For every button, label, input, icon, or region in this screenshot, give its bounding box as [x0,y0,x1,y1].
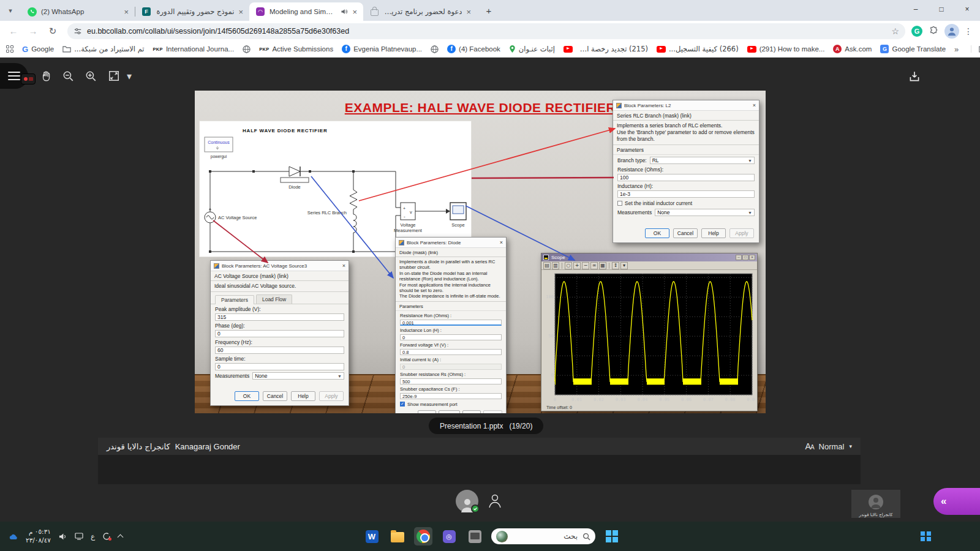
save-axes-icon[interactable]: ▦ [599,262,606,269]
sync-notification-icon[interactable] [102,532,111,541]
all-bookmarks[interactable]: All Bookmarks [971,45,980,53]
download-presentation-button[interactable] [905,67,924,86]
ok-button[interactable]: OK [418,410,436,413]
measurements-dropdown[interactable]: None▼ [655,209,755,216]
zoom-x-icon[interactable]: + [573,262,581,269]
bookmark-pkp-journal[interactable]: PKPInternational Journa... [153,45,235,53]
chevron-down-icon[interactable]: ▾ [849,443,852,449]
bookmark-youtube-2[interactable]: (266) كيفية التسجيل... [657,45,739,53]
cancel-button[interactable]: Cancel [673,228,698,238]
volume-icon[interactable] [58,533,67,541]
resistance-ron-input[interactable]: 0.001 [400,320,502,326]
bookmark-address-proof[interactable]: إثبات عنـوان [509,45,555,53]
ok-button[interactable]: OK [235,391,259,401]
browser-menu-icon[interactable]: ⋮ [962,26,975,36]
apply-button[interactable]: Apply [729,228,754,238]
dialog-close-icon[interactable]: × [500,239,503,246]
scope-minimize-button[interactable]: – [736,255,742,260]
reload-icon[interactable]: ↻ [44,23,61,40]
bookmark-imported-folder[interactable]: تم الاستيراد من شبكة... [62,45,144,53]
apps-grid-icon[interactable] [6,45,13,53]
apply-button[interactable]: Apply [483,410,502,413]
inductance-lon-input[interactable]: 0 [400,334,502,340]
word-taskbar-icon[interactable]: W [363,527,381,545]
tab-close-icon[interactable]: × [352,7,357,17]
bookmarks-overflow-chevron[interactable]: » [954,45,959,54]
extensions-puzzle-icon[interactable] [925,23,942,40]
cancel-button[interactable]: Cancel [439,410,460,413]
fit-to-screen-button[interactable] [104,66,124,86]
file-explorer-taskbar-icon[interactable] [388,527,407,545]
bookmark-ask[interactable]: AAsk.com [833,45,872,53]
bookmark-star-icon[interactable]: ☆ [891,26,899,36]
tab-load-flow[interactable]: Load Flow [256,294,292,304]
inductance-input[interactable]: 1e-3 [617,190,755,198]
scope-title-bar[interactable]: Scope – □ × [541,253,757,261]
taskbar-corner-icon[interactable] [921,522,933,551]
autoscale-icon[interactable]: ∞ [590,262,598,269]
new-tab-button[interactable]: + [481,2,497,18]
my-status-button[interactable] [456,490,478,512]
maximize-button[interactable]: □ [929,0,954,18]
site-info-icon[interactable] [74,27,82,36]
profile-avatar[interactable] [944,24,959,39]
measurements-dropdown[interactable]: None▼ [252,372,344,380]
apply-button[interactable]: Apply [319,391,344,401]
ok-button[interactable]: OK [645,228,669,238]
bookmark-youtube-3[interactable]: (291) How to make... [747,45,825,53]
bookmark-globe-only-2[interactable] [431,45,439,53]
powergui-block[interactable] [205,137,233,152]
zoom-options-chevron[interactable]: ▾ [123,66,135,86]
frequency-input[interactable]: 60 [215,347,344,354]
tab-close-icon[interactable]: × [238,7,243,17]
parameters-icon[interactable]: ▥ [552,262,559,269]
bookmark-youtube-1[interactable]: (215) تجديد رخصة ال... [564,45,648,53]
forward-voltage-input[interactable]: 0.8 [400,349,502,355]
purple-app-taskbar-icon[interactable]: ◎ [440,527,458,545]
sample-time-input[interactable]: 0 [215,363,344,370]
presenter-avatar-button[interactable] [485,491,505,511]
zoom-in-button[interactable] [80,66,101,86]
help-button[interactable]: Help [462,410,481,413]
scope-close-button[interactable]: × [749,255,755,260]
video-tile[interactable]: كانجراج نالايا قوندر [851,490,900,518]
scope-maximize-button[interactable]: □ [742,255,748,260]
diode-block[interactable] [281,167,309,182]
snubber-capacitance-input[interactable]: 250e-9 [400,393,502,399]
tab-close-icon[interactable]: × [466,7,471,17]
tab-forms[interactable]: F نموذج حضور وتقييم الدورة × [135,2,249,21]
help-button[interactable]: Help [291,391,315,401]
pan-tool-button[interactable] [36,66,56,86]
bookmark-google[interactable]: GGoogle [22,45,54,54]
help-button[interactable]: Help [701,228,726,238]
snubber-resistance-input[interactable]: 500 [400,378,502,384]
minimize-button[interactable]: – [903,0,929,18]
bookmark-google-translate[interactable]: GGoogle Translate [880,45,946,53]
hidden-icons-caret[interactable] [118,534,124,541]
display-icon[interactable] [75,533,83,540]
caption-font-size-icon[interactable]: AA [805,441,814,451]
bookmark-globe-only[interactable] [243,45,251,53]
scope-block[interactable] [450,203,466,220]
bookmark-pkp-submissions[interactable]: PKPActive Submissions [259,45,333,53]
float-icon[interactable]: ▾ [620,262,628,269]
chrome-taskbar-icon[interactable] [414,527,432,545]
tab-parameters[interactable]: Parameters [215,295,254,304]
tab-collaborate-active[interactable]: ◠ Modeling and Simulation o × [249,2,363,21]
tab-whatsapp[interactable]: (2) WhatsApp × [21,2,135,21]
tab-invitation[interactable]: دعوة لحضور برنامج تدريبي بعنوان × [363,2,477,21]
zoom-y-icon[interactable]: − [582,262,589,269]
start-button[interactable] [603,527,621,545]
taskbar-clock[interactable]: ٠٥:٣١ م ٢٣/٠٨/٤٧ [26,528,51,544]
back-icon[interactable]: ← [5,23,22,40]
restore-icon[interactable]: ↕ [612,262,619,269]
zoom-out-button[interactable] [58,66,78,86]
dialog-close-icon[interactable]: × [342,263,345,269]
bookmark-facebook-profile[interactable]: fEvgenia Platnevaup... [342,45,422,53]
forward-icon[interactable]: → [24,23,42,40]
bookmark-facebook[interactable]: f(4) Facebook [447,45,500,53]
zoom-icon[interactable]: ○ [565,262,572,269]
resistance-input[interactable]: 100 [617,174,755,181]
onedrive-icon[interactable] [9,533,18,540]
initial-current-checkbox[interactable] [617,201,622,206]
